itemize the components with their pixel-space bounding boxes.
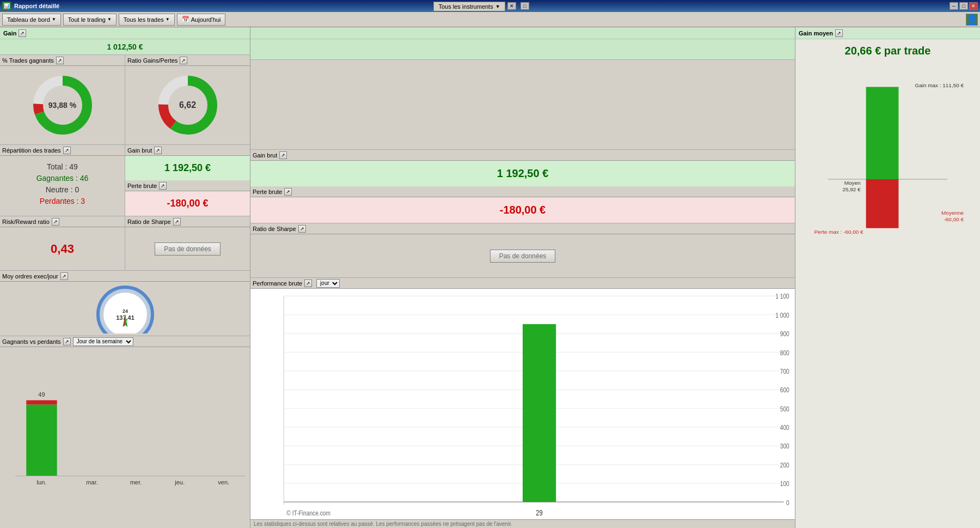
- perte-brut-value-panel: -180,00 €: [125, 191, 250, 216]
- risk-expand[interactable]: ↗: [52, 218, 59, 226]
- title-bar-text: Rapport détaillé: [14, 3, 428, 9]
- repartition-header: Répartition des trades ↗: [0, 145, 125, 156]
- center-no-data-btn[interactable]: Pas de données: [490, 250, 556, 263]
- gain-panel-header: Gain ↗: [0, 27, 250, 39]
- svg-text:mer.: mer.: [130, 479, 142, 485]
- repartition-row: Répartition des trades ↗ Total : 49 Gagn…: [0, 145, 250, 216]
- win-min-btn[interactable]: ─: [950, 2, 958, 10]
- instrument-tab[interactable]: Tous les instruments ▼: [433, 2, 505, 11]
- profile-icon-btn[interactable]: 👤: [966, 14, 978, 26]
- gain-brut-header: Gain brut ↗: [125, 145, 250, 156]
- gain-moyen-chart: Gain max : 111,50 € Moyen 25,92 € Moyenn…: [806, 70, 969, 279]
- svg-text:lun.: lun.: [37, 479, 47, 485]
- trades-gagnants-header: % Trades gagnants ↗: [0, 55, 125, 66]
- gagnants-perdants-filter[interactable]: Jour de la semaine: [73, 337, 133, 346]
- gagnants-perdants-expand[interactable]: ↗: [63, 338, 71, 345]
- performance-header: Performance brute ↗ jour: [250, 278, 795, 289]
- perte-brut-expand[interactable]: ↗: [159, 182, 167, 190]
- perte-brut-header: Perte brute ↗: [125, 180, 250, 191]
- gain-brut-value-panel: 1 192,50 €: [125, 156, 250, 180]
- svg-text:Gain max : 111,50 €: Gain max : 111,50 €: [915, 82, 964, 88]
- risk-value: 0,43: [51, 242, 74, 256]
- risk-value-panel: 0,43: [0, 227, 125, 270]
- win-max-btn[interactable]: □: [959, 2, 968, 10]
- svg-rect-16: [26, 405, 57, 476]
- svg-text:700: 700: [780, 367, 789, 376]
- gain-brut-value: 1 192,50 €: [164, 162, 211, 173]
- svg-text:25,92 €: 25,92 €: [842, 186, 861, 192]
- gain-value: 1 012,50 €: [107, 43, 143, 51]
- center-sharpe-content: Pas de données: [250, 234, 795, 277]
- svg-text:Moyenne: Moyenne: [941, 210, 964, 216]
- center-column: Gain brut ↗ 1 192,50 € Perte brute ↗ -18…: [250, 27, 795, 528]
- center-sharpe-expand[interactable]: ↗: [298, 225, 306, 233]
- perte-brut-value: -180,00 €: [167, 198, 208, 209]
- gains-brut-panel: Gain brut ↗ 1 192,50 € Perte brute ↗ -18…: [125, 145, 250, 216]
- toolbar: Tableau de bord ▼ Tout le trading ▼ Tous…: [0, 12, 980, 27]
- center-gain-header-spacer: [250, 27, 795, 39]
- svg-text:Moyen: Moyen: [844, 180, 861, 186]
- center-perte-brut-header: Perte brute ↗: [250, 186, 795, 197]
- left-column: Gain ↗ 1 012,50 € % Trades gagnants ↗: [0, 27, 250, 528]
- aujourd-hui-btn[interactable]: 📅 Aujourd'hui: [177, 14, 226, 26]
- performance-chart-svg: 1 100 1 000 900 800 700 600 500 400 300 …: [250, 289, 795, 519]
- gain-moyen-value: 20,66 € par trade: [845, 45, 931, 57]
- performance-time-filter[interactable]: jour: [316, 279, 340, 288]
- center-perte-brut-amt: -180,00 €: [500, 204, 546, 216]
- center-donut-row: [250, 60, 795, 150]
- gain-moyen-expand[interactable]: ↗: [835, 29, 843, 37]
- center-sharpe-row: Ratio de Sharpe ↗ Pas de données: [250, 223, 795, 278]
- gagnantes-stat: Gagnantes : 46: [11, 174, 114, 183]
- gain-moyen-content: 20,66 € par trade Gain max : 111,50 € Mo…: [795, 39, 980, 528]
- center-perte-brut-expand[interactable]: ↗: [284, 188, 292, 196]
- gagnants-perdants-header: Gagnants vs perdants ↗ Jour de la semain…: [0, 336, 250, 347]
- center-gain-value: [250, 39, 795, 60]
- donut-ratio-label: 6,62: [179, 100, 196, 110]
- center-gains-row: Gain brut ↗ 1 192,50 € Perte brute ↗ -18…: [250, 150, 795, 223]
- svg-text:1 100: 1 100: [775, 292, 789, 301]
- trades-gagnants-expand[interactable]: ↗: [56, 57, 64, 64]
- tab-close-btn[interactable]: ✕: [507, 2, 516, 10]
- center-gain-brut-value: 1 192,50 €: [250, 161, 795, 186]
- performance-panel: Performance brute ↗ jour: [250, 278, 795, 519]
- performance-chart-area: 1 100 1 000 900 800 700 600 500 400 300 …: [250, 289, 795, 519]
- no-data-btn[interactable]: Pas de données: [155, 242, 220, 256]
- center-perte-brut-value: -180,00 €: [250, 197, 795, 223]
- svg-text:200: 200: [780, 461, 789, 470]
- center-gain-brut-expand[interactable]: ↗: [279, 151, 287, 159]
- svg-text:Perte max : -60,00 €: Perte max : -60,00 €: [814, 229, 863, 235]
- repartition-expand[interactable]: ↗: [63, 147, 71, 154]
- speedometer-panel: 24 137,41: [0, 282, 250, 336]
- svg-text:100: 100: [780, 480, 789, 488]
- svg-text:29: 29: [536, 508, 542, 518]
- svg-rect-56: [866, 179, 899, 228]
- app-icon: 📊: [2, 2, 11, 10]
- performance-expand[interactable]: ↗: [304, 280, 312, 287]
- trades-gagnants-panel: % Trades gagnants ↗ 93,88 %: [0, 55, 125, 144]
- neutre-stat: Neutre : 0: [11, 185, 114, 194]
- svg-text:jeu.: jeu.: [174, 479, 185, 485]
- svg-text:800: 800: [780, 348, 789, 357]
- svg-text:24: 24: [122, 308, 127, 314]
- moy-ordres-header: Moy ordres exec/jour ↗: [0, 271, 250, 282]
- tous-les-trades-btn[interactable]: Tous les trades ▼: [119, 14, 175, 26]
- ratio-gains-panel: Ratio Gains/Pertes ↗ 6,62: [125, 55, 250, 144]
- win-close-btn[interactable]: ✕: [969, 2, 978, 10]
- gain-moyen-header: Gain moyen ↗: [795, 27, 980, 39]
- svg-rect-53: [866, 87, 899, 179]
- footer-text: Les statistiques ci-dessus sont relative…: [250, 519, 795, 528]
- tab-new-btn[interactable]: □: [520, 2, 529, 10]
- ratio-gains-expand[interactable]: ↗: [180, 57, 187, 64]
- svg-text:49: 49: [38, 391, 45, 398]
- bar-chart-svg-gagnants: 49 lun. mar. mer. jeu. ven.: [4, 349, 246, 526]
- gain-brut-expand[interactable]: ↗: [154, 147, 162, 154]
- tout-le-trading-btn[interactable]: Tout le trading ▼: [63, 14, 117, 26]
- sharpe-expand[interactable]: ↗: [173, 218, 181, 226]
- gagnants-perdants-panel: Gagnants vs perdants ↗ Jour de la semain…: [0, 336, 250, 528]
- donut-trades-label: 93,88 %: [48, 101, 76, 110]
- tableau-de-bord-btn[interactable]: Tableau de bord ▼: [2, 14, 61, 26]
- moy-ordres-expand[interactable]: ↗: [60, 272, 68, 280]
- svg-text:© IT-Finance.com: © IT-Finance.com: [286, 509, 330, 518]
- gain-expand-btn[interactable]: ↗: [19, 29, 26, 37]
- sharpe-content: Pas de données: [125, 227, 250, 270]
